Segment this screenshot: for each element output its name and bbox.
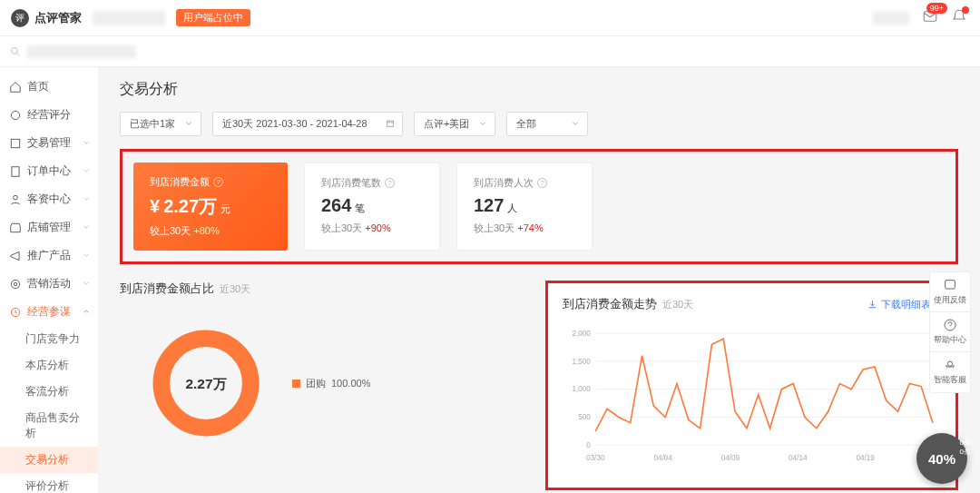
search-row[interactable] [0,36,980,67]
svg-point-7 [11,280,19,288]
circle-percent: 40% [928,451,956,467]
chevron-down-icon [478,119,487,130]
sidebar-item-label: 经营评分 [27,107,71,123]
search-icon [9,45,22,58]
metric-card-people[interactable]: 到店消费人次? 127人 较上30天 +74% [456,163,593,251]
legend-label: 团购 [306,377,326,390]
metric-compare-label: 较上30天 [150,225,191,236]
svg-point-5 [14,195,18,200]
chevron-up-icon [82,306,91,319]
sidebar-item-label: 经营参谋 [27,304,71,320]
sidebar-item-order[interactable]: 订单中心 [0,157,98,185]
svg-text:04/19: 04/19 [856,454,875,462]
messages-badge: 99+ [926,3,947,14]
brand-name: 点评管家 [34,10,82,26]
metric-prefix: ¥ [150,196,160,217]
page-pill: 用户端占位中 [176,9,250,26]
svg-text:500: 500 [578,413,591,421]
metric-pct: +80% [193,225,219,236]
metric-card-orders[interactable]: 到店消费笔数? 264笔 较上30天 +90% [304,163,440,251]
pie-section: 到店消费金额占比近30天 2.27万 团购 100.00% [120,281,527,469]
sidebar-sub-compete[interactable]: 门店竞争力 [0,326,98,352]
main-content: 交易分析 已选中1家 近30天 2021-03-30 - 2021-04-28 … [98,67,980,493]
filter-category[interactable]: 全部 [506,112,588,136]
svg-point-31 [947,361,952,366]
float-label: 使用反馈 [934,294,966,306]
svg-text:03/30: 03/30 [586,454,605,462]
select-value: 已选中1家 [130,118,175,129]
sidebar-item-analysis[interactable]: 经营参谋 [0,298,98,326]
metric-unit: 笔 [355,202,365,215]
sidebar-item-label: 订单中心 [27,163,71,179]
metric-value: 264 [321,195,351,216]
logo-icon: 评 [11,9,29,27]
search-placeholder-blur [27,45,136,58]
chevron-down-icon [82,278,91,291]
svg-text:04/04: 04/04 [653,454,672,462]
download-icon [867,300,877,310]
metric-label: 到店消费金额 [150,175,210,189]
float-service[interactable]: 智能客服 [930,352,970,392]
sidebar-item-label: 推广产品 [27,248,71,263]
filter-shop[interactable]: 已选中1家 [120,112,201,136]
filter-source[interactable]: 点评+美团 [414,112,495,136]
float-help[interactable]: 帮助中心 [930,312,970,352]
chevron-down-icon [82,165,91,178]
messages-icon[interactable]: 99+ [922,8,938,27]
sidebar-item-service[interactable]: 客资中心 [0,185,98,213]
chevron-down-icon [82,137,91,150]
chevron-down-icon [82,222,91,234]
notifications-dot [962,6,969,14]
legend-pct: 100.00% [331,378,370,389]
chevron-down-icon [571,119,580,130]
select-value: 全部 [516,118,536,129]
svg-text:1,500: 1,500 [572,358,591,366]
breadcrumb-blur [93,11,165,25]
svg-point-2 [11,111,19,119]
sidebar-item-home[interactable]: 首页 [0,73,98,101]
sidebar-item-promo[interactable]: 推广产品 [0,242,98,270]
sidebar-item-shop-mgmt[interactable]: 店铺管理 [0,213,98,242]
svg-rect-3 [11,139,19,147]
svg-point-6 [14,282,17,286]
sidebar-sub-eval[interactable]: 评价分析 [0,473,98,493]
float-panel: 使用反馈 帮助中心 智能客服 [929,271,971,393]
svg-point-1 [11,47,17,54]
sidebar-item-review[interactable]: 经营评分 [0,101,98,129]
metric-unit: 元 [220,202,230,216]
svg-rect-11 [387,121,394,126]
metric-unit: 人 [507,202,517,215]
sidebar-sub-self[interactable]: 本店分析 [0,352,98,379]
filter-bar: 已选中1家 近30天 2021-03-30 - 2021-04-28 点评+美团… [120,112,958,136]
float-feedback[interactable]: 使用反馈 [930,272,970,312]
select-value: 点评+美团 [424,118,469,129]
circle-sub-2: 0条 [960,448,971,457]
sidebar-item-label: 交易管理 [27,135,71,151]
metric-pct: +74% [517,222,543,233]
svg-text:1,000: 1,000 [572,385,591,393]
filter-date[interactable]: 近30天 2021-03-30 - 2021-04-28 [212,112,403,136]
chevron-down-icon [82,193,91,206]
svg-rect-4 [12,166,19,176]
float-label: 智能客服 [934,374,966,386]
notifications-icon[interactable] [951,8,967,27]
float-label: 帮助中心 [934,334,966,346]
info-icon: ? [213,177,223,187]
svg-point-30 [945,320,956,330]
metrics-highlight-box: 到店消费金额? ¥2.27万元 较上30天 +80% 到店消费笔数? 264笔 … [120,149,958,264]
sidebar-item-label: 首页 [27,79,49,94]
pie-legend: 团购 100.00% [292,377,370,390]
metric-card-amount[interactable]: 到店消费金额? ¥2.27万元 较上30天 +80% [133,163,288,251]
sidebar-sub-cust[interactable]: 客流分析 [0,379,98,405]
sidebar: 首页 经营评分 交易管理 订单中心 客资中心 店铺管理 推广产品 营销活动 经营… [0,67,98,493]
metric-compare-label: 较上30天 [321,222,362,233]
sidebar-sub-product[interactable]: 商品售卖分析 [0,405,98,447]
sidebar-sub-trade[interactable]: 交易分析 [0,447,98,473]
sidebar-item-trade-mgmt[interactable]: 交易管理 [0,129,98,157]
sidebar-item-marketing[interactable]: 营销活动 [0,270,98,298]
topbar: 评 点评管家 用户端占位中 99+ [0,0,980,36]
float-stats-circle[interactable]: 40% 0条 0条 [916,433,967,484]
sidebar-item-label: 营销活动 [27,276,71,291]
select-value: 近30天 2021-03-30 - 2021-04-28 [222,118,368,129]
legend-swatch [292,380,300,388]
